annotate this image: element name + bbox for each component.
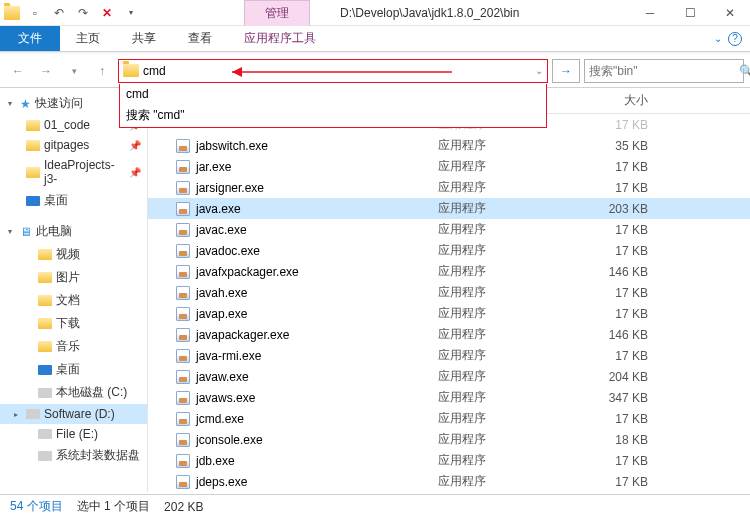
redo-icon[interactable]: ↷ xyxy=(74,4,92,22)
file-type: 应用程序 xyxy=(438,431,588,448)
help-icon[interactable]: ? xyxy=(728,32,742,46)
drive-icon xyxy=(26,409,40,419)
file-size: 17 KB xyxy=(588,181,668,195)
file-row[interactable]: java.exe应用程序203 KB xyxy=(148,198,750,219)
file-row[interactable]: jar.exe应用程序17 KB xyxy=(148,156,750,177)
file-row[interactable]: jdeps.exe应用程序17 KB xyxy=(148,471,750,492)
file-size: 17 KB xyxy=(588,160,668,174)
file-name: javaw.exe xyxy=(196,370,249,384)
file-row[interactable]: jconsole.exe应用程序18 KB xyxy=(148,429,750,450)
search-input[interactable] xyxy=(589,64,739,78)
exe-icon xyxy=(176,139,190,153)
tab-view[interactable]: 查看 xyxy=(172,26,228,51)
title-bar: ▫ ↶ ↷ ✕ ▾ 管理 D:\Develop\Java\jdk1.8.0_20… xyxy=(0,0,750,26)
file-type: 应用程序 xyxy=(438,473,588,490)
col-size[interactable]: 大小 xyxy=(588,92,668,109)
maximize-button[interactable]: ☐ xyxy=(670,0,710,26)
library-icon xyxy=(38,341,52,352)
library-icon xyxy=(38,249,52,260)
sidebar-item[interactable]: gitpages📌 xyxy=(0,135,147,155)
file-row[interactable]: javafxpackager.exe应用程序146 KB xyxy=(148,261,750,282)
file-row[interactable]: javapackager.exe应用程序146 KB xyxy=(148,324,750,345)
file-size: 17 KB xyxy=(588,307,668,321)
chevron-down-icon: ⌄ xyxy=(714,33,722,44)
file-row[interactable]: javac.exe应用程序17 KB xyxy=(148,219,750,240)
back-button[interactable]: ← xyxy=(6,59,30,83)
sidebar-item[interactable]: 本地磁盘 (C:) xyxy=(0,381,147,404)
file-type: 应用程序 xyxy=(438,221,588,238)
suggestion-item[interactable]: 搜索 "cmd" xyxy=(120,104,546,127)
up-button[interactable]: ↑ xyxy=(90,59,114,83)
file-size: 17 KB xyxy=(588,454,668,468)
sidebar-item[interactable]: ▸Software (D:) xyxy=(0,404,147,424)
ribbon-collapse[interactable]: ⌄ ? xyxy=(706,26,750,51)
undo-icon[interactable]: ↶ xyxy=(50,4,68,22)
file-tab[interactable]: 文件 xyxy=(0,26,60,51)
sidebar-item[interactable]: IdeaProjects-j3-📌 xyxy=(0,155,147,189)
star-icon: ★ xyxy=(20,97,31,111)
file-row[interactable]: jabswitch.exe应用程序35 KB xyxy=(148,135,750,156)
file-name: javaws.exe xyxy=(196,391,255,405)
sidebar-desktop[interactable]: 桌面 xyxy=(0,189,147,212)
file-type: 应用程序 xyxy=(438,410,588,427)
file-size: 146 KB xyxy=(588,265,668,279)
sidebar-item[interactable]: 音乐 xyxy=(0,335,147,358)
folder-icon xyxy=(123,64,139,77)
sidebar-item[interactable]: 系统封装数据盘 xyxy=(0,444,147,467)
svg-marker-1 xyxy=(232,67,242,77)
tab-share[interactable]: 共享 xyxy=(116,26,172,51)
exe-icon xyxy=(176,370,190,384)
file-row[interactable]: javaw.exe应用程序204 KB xyxy=(148,366,750,387)
file-row[interactable]: javadoc.exe应用程序17 KB xyxy=(148,240,750,261)
sidebar-item[interactable]: 图片 xyxy=(0,266,147,289)
file-row[interactable]: jdb.exe应用程序17 KB xyxy=(148,450,750,471)
window-title: D:\Develop\Java\jdk1.8.0_202\bin xyxy=(340,6,519,20)
chevron-down-icon[interactable]: ⌄ xyxy=(535,65,543,76)
address-suggestions: cmd 搜索 "cmd" xyxy=(119,84,547,128)
desktop-icon xyxy=(38,365,52,375)
sidebar-item[interactable]: 视频 xyxy=(0,243,147,266)
go-button[interactable]: → xyxy=(552,59,580,83)
file-row[interactable]: javah.exe应用程序17 KB xyxy=(148,282,750,303)
file-row[interactable]: jcmd.exe应用程序17 KB xyxy=(148,408,750,429)
tab-app-tools[interactable]: 应用程序工具 xyxy=(228,26,332,51)
minimize-button[interactable]: ─ xyxy=(630,0,670,26)
item-count: 54 个项目 xyxy=(10,498,63,515)
file-row[interactable]: javap.exe应用程序17 KB xyxy=(148,303,750,324)
file-type: 应用程序 xyxy=(438,263,588,280)
sidebar-item[interactable]: 桌面 xyxy=(0,358,147,381)
qat-dropdown-icon[interactable]: ▾ xyxy=(122,4,140,22)
this-pc-header[interactable]: ▾🖥此电脑 xyxy=(0,220,147,243)
suggestion-item[interactable]: cmd xyxy=(120,84,546,104)
file-size: 203 KB xyxy=(588,202,668,216)
search-box[interactable]: 🔍 xyxy=(584,59,744,83)
ribbon-tabs: 文件 主页 共享 查看 应用程序工具 ⌄ ? xyxy=(0,26,750,52)
delete-icon[interactable]: ✕ xyxy=(98,4,116,22)
file-size: 35 KB xyxy=(588,139,668,153)
file-size: 17 KB xyxy=(588,244,668,258)
manage-tab-header: 管理 xyxy=(244,0,310,26)
pc-icon: 🖥 xyxy=(20,225,32,239)
navigation-bar: ← → ▾ ↑ ⌄ cmd 搜索 "cmd" → 🔍 xyxy=(0,54,750,88)
recent-dropdown[interactable]: ▾ xyxy=(62,59,86,83)
file-size: 146 KB xyxy=(588,328,668,342)
file-size: 17 KB xyxy=(588,412,668,426)
exe-icon xyxy=(176,244,190,258)
file-name: jdeps.exe xyxy=(196,475,247,489)
sidebar-item[interactable]: 文档 xyxy=(0,289,147,312)
sidebar-item[interactable]: File (E:) xyxy=(0,424,147,444)
tab-home[interactable]: 主页 xyxy=(60,26,116,51)
file-size: 17 KB xyxy=(588,223,668,237)
quick-access-toolbar: ▫ ↶ ↷ ✕ ▾ xyxy=(0,4,144,22)
file-name: java.exe xyxy=(196,202,241,216)
exe-icon xyxy=(176,160,190,174)
sidebar-item[interactable]: 下载 xyxy=(0,312,147,335)
file-name: jar.exe xyxy=(196,160,231,174)
file-name: javac.exe xyxy=(196,223,247,237)
close-button[interactable]: ✕ xyxy=(710,0,750,26)
qat-doc-icon[interactable]: ▫ xyxy=(26,4,44,22)
forward-button[interactable]: → xyxy=(34,59,58,83)
file-row[interactable]: java-rmi.exe应用程序17 KB xyxy=(148,345,750,366)
file-row[interactable]: javaws.exe应用程序347 KB xyxy=(148,387,750,408)
file-row[interactable]: jarsigner.exe应用程序17 KB xyxy=(148,177,750,198)
